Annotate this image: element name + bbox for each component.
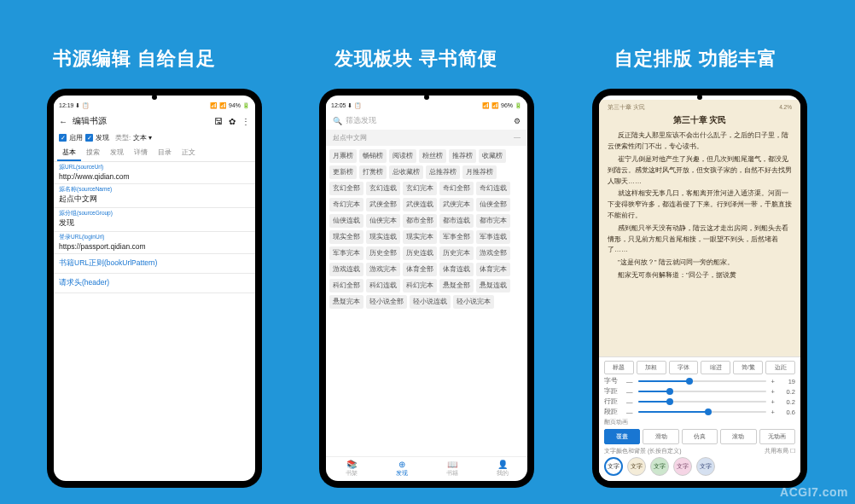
- category-tag[interactable]: 游戏全部: [476, 246, 510, 260]
- slider-track[interactable]: [638, 391, 766, 392]
- minus-button[interactable]: —: [626, 388, 633, 396]
- reader-content[interactable]: 第三十章 灾民 4.2% 第三十章 灾民 反正陆夫人那里应该不会出什么乱子，之后…: [599, 100, 800, 356]
- category-tag[interactable]: 悬疑完本: [329, 295, 364, 309]
- category-tag[interactable]: 仙侠全部: [476, 198, 510, 211]
- category-tag[interactable]: 轻小说全部: [366, 295, 407, 309]
- nav-书籍[interactable]: 📖书籍: [427, 457, 477, 481]
- category-tag[interactable]: 粉丝榜: [419, 149, 446, 163]
- category-tag[interactable]: 悬疑连载: [476, 279, 510, 293]
- tab-搜索[interactable]: 搜索: [81, 145, 105, 161]
- field-value[interactable]: 发现: [59, 217, 250, 229]
- category-tag[interactable]: 玄幻全部: [329, 182, 364, 195]
- page-mode-button[interactable]: 滑动: [643, 429, 678, 444]
- page-mode-button[interactable]: 滚动: [720, 429, 756, 444]
- theme-swatch[interactable]: 文字: [627, 457, 646, 476]
- theme-swatch[interactable]: 文字: [696, 457, 715, 476]
- category-tag[interactable]: 玄幻完本: [403, 182, 437, 195]
- category-tag[interactable]: 武侠完本: [439, 198, 474, 211]
- category-tag[interactable]: 打赏榜: [359, 165, 387, 179]
- category-tag[interactable]: 现实全部: [329, 230, 364, 244]
- category-tag[interactable]: 奇幻连载: [476, 182, 510, 195]
- category-tag[interactable]: 月票榜: [329, 149, 357, 163]
- save-icon[interactable]: 🖫: [214, 117, 223, 125]
- category-tag[interactable]: 总推荐榜: [426, 165, 460, 179]
- category-tag[interactable]: 仙侠连载: [329, 214, 364, 228]
- category-tag[interactable]: 游戏连载: [329, 263, 364, 276]
- category-tag[interactable]: 阅读榜: [389, 149, 416, 163]
- page-mode-button[interactable]: 覆盖: [604, 429, 640, 444]
- format-button[interactable]: 缩进: [701, 361, 730, 374]
- tab-基本[interactable]: 基本: [57, 145, 81, 161]
- category-tag[interactable]: 都市连载: [439, 214, 474, 228]
- plus-button[interactable]: +: [771, 398, 775, 406]
- tab-发现[interactable]: 发现: [105, 145, 129, 161]
- category-tag[interactable]: 历史连载: [403, 246, 437, 260]
- slider-track[interactable]: [638, 411, 766, 413]
- category-tag[interactable]: 现实连载: [366, 230, 400, 244]
- type-select[interactable]: 文本 ▾: [133, 133, 152, 142]
- category-tag[interactable]: 推荐榜: [449, 149, 476, 163]
- category-tag[interactable]: 都市全部: [403, 214, 437, 228]
- category-tag[interactable]: 科幻全部: [329, 279, 364, 293]
- format-button[interactable]: 边距: [765, 361, 795, 374]
- category-tag[interactable]: 科幻完本: [403, 279, 437, 293]
- category-tag[interactable]: 悬疑全部: [439, 279, 474, 293]
- share-bg-checkbox[interactable]: 共用布局 ☐: [765, 447, 795, 455]
- category-tag[interactable]: 武侠全部: [366, 198, 400, 211]
- page-mode-button[interactable]: 无动画: [759, 429, 795, 444]
- theme-swatch[interactable]: 文字: [604, 457, 623, 476]
- category-tag[interactable]: 畅销榜: [359, 149, 387, 163]
- slider-track[interactable]: [638, 380, 766, 382]
- tab-详情[interactable]: 详情: [129, 145, 153, 161]
- collapse-icon[interactable]: —: [514, 133, 521, 142]
- category-tag[interactable]: 现实完本: [403, 230, 437, 244]
- tab-目录[interactable]: 目录: [153, 145, 177, 161]
- back-icon[interactable]: ←: [59, 117, 67, 125]
- format-button[interactable]: 加粗: [637, 361, 666, 374]
- category-tag[interactable]: 历史全部: [366, 246, 400, 260]
- search-input[interactable]: 筛选发现: [346, 115, 376, 126]
- slider-track[interactable]: [638, 401, 766, 403]
- category-tag[interactable]: 收藏榜: [479, 149, 506, 163]
- category-tag[interactable]: 奇幻完本: [329, 198, 364, 211]
- category-tag[interactable]: 月推荐榜: [462, 165, 497, 179]
- minus-button[interactable]: —: [626, 398, 633, 406]
- more-icon[interactable]: ⋮: [241, 117, 250, 125]
- theme-swatch[interactable]: 文字: [650, 457, 669, 476]
- plus-button[interactable]: +: [771, 408, 775, 416]
- gear-icon[interactable]: ✿: [228, 117, 236, 125]
- field-value[interactable]: https://passport.qidian.com: [59, 241, 250, 251]
- field[interactable]: 源名称(sourceName)起点中文网: [54, 184, 255, 208]
- plus-button[interactable]: +: [771, 378, 775, 385]
- plus-button[interactable]: +: [771, 388, 775, 396]
- category-tag[interactable]: 总收藏榜: [389, 165, 423, 179]
- format-button[interactable]: 简/繁: [733, 361, 763, 374]
- nav-发现[interactable]: ⊕发现: [376, 457, 427, 481]
- category-tag[interactable]: 军事完本: [329, 246, 364, 260]
- category-tag[interactable]: 体育全部: [403, 263, 437, 276]
- category-tag[interactable]: 轻小说连载: [410, 295, 451, 309]
- category-tag[interactable]: 体育完本: [476, 263, 510, 276]
- nav-我的[interactable]: 👤我的: [477, 457, 527, 481]
- field-value[interactable]: 起点中文网: [59, 194, 250, 205]
- nav-书架[interactable]: 📚书架: [326, 457, 376, 481]
- category-tag[interactable]: 游戏完本: [366, 263, 400, 276]
- theme-swatch[interactable]: 文字: [673, 457, 692, 476]
- category-tag[interactable]: 武侠连载: [403, 198, 437, 211]
- category-tag[interactable]: 军事全部: [439, 230, 474, 244]
- field[interactable]: 源URL(sourceUrl)http://www.qidian.com: [54, 162, 255, 184]
- page-mode-button[interactable]: 仿真: [682, 429, 718, 444]
- discover-checkbox[interactable]: ✓: [85, 134, 93, 142]
- tab-正文[interactable]: 正文: [177, 145, 201, 161]
- header-link[interactable]: 请求头(header): [54, 274, 255, 293]
- minus-button[interactable]: —: [626, 378, 633, 385]
- category-tag[interactable]: 轻小说完本: [453, 295, 494, 309]
- minus-button[interactable]: —: [626, 408, 633, 416]
- field[interactable]: 登录URL(loginUrl)https://passport.qidian.c…: [54, 232, 255, 254]
- category-tag[interactable]: 科幻连载: [366, 279, 400, 293]
- enable-checkbox[interactable]: ✓: [59, 134, 67, 142]
- search-icon[interactable]: 🔍: [333, 117, 342, 125]
- field[interactable]: 源分组(sourceGroup)发现: [54, 208, 255, 232]
- category-tag[interactable]: 历史完本: [439, 246, 474, 260]
- category-tag[interactable]: 体育连载: [439, 263, 474, 276]
